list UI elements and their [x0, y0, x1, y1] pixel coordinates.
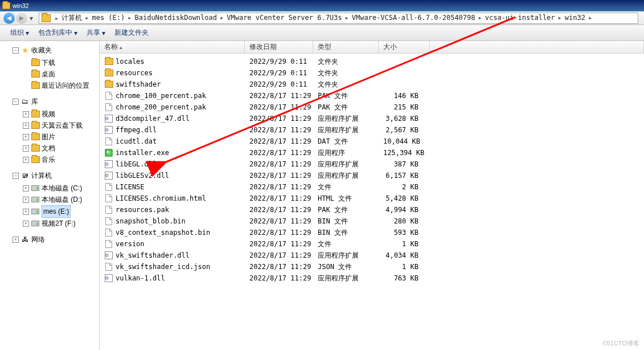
chevron-right-icon[interactable]: ▸: [218, 14, 225, 22]
chevron-right-icon[interactable]: ▸: [586, 14, 594, 22]
file-size: 1 KB: [379, 240, 430, 248]
file-date: 2022/8/17 11:29: [245, 137, 313, 145]
column-name[interactable]: 名称▴: [100, 41, 245, 53]
organize-button[interactable]: 组织 ▾: [6, 25, 34, 40]
back-button[interactable]: ◄: [3, 13, 15, 24]
sort-asc-icon: ▴: [120, 44, 122, 50]
new-folder-button[interactable]: 新建文件夹: [110, 25, 153, 40]
tree-item[interactable]: 桌面: [23, 68, 97, 80]
folder-icon: [105, 70, 113, 76]
folder-icon: [2, 2, 10, 9]
file-row[interactable]: snapshot_blob.bin2022/8/17 11:29BIN 文件28…: [100, 215, 644, 227]
column-type[interactable]: 类型: [313, 41, 379, 53]
file-row[interactable]: vk_swiftshader_icd.json2022/8/17 11:29JS…: [100, 261, 644, 272]
file-type: BIN 文件: [313, 228, 379, 238]
item-icon: [31, 144, 40, 153]
file-name: ffmpeg.dll: [116, 126, 157, 134]
file-name: vk_swiftshader_icd.json: [116, 263, 210, 271]
chevron-right-icon[interactable]: ▸: [53, 14, 60, 22]
tree-favorites[interactable]: 收藏夹: [31, 44, 52, 56]
file-row[interactable]: libEGL.dll2022/8/17 11:29应用程序扩展387 KB: [100, 158, 644, 170]
file-icon: [105, 137, 112, 145]
file-list-pane: 名称▴ 修改日期 类型 大小 locales2022/9/29 0:11文件夹r…: [100, 41, 644, 350]
file-row[interactable]: vk_swiftshader.dll2022/8/17 11:29应用程序扩展4…: [100, 250, 644, 261]
file-size: 146 KB: [379, 92, 430, 100]
file-date: 2022/8/17 11:29: [245, 92, 313, 100]
file-row[interactable]: d3dcompiler_47.dll2022/8/17 11:29应用程序扩展3…: [100, 113, 644, 124]
file-size: 593 KB: [379, 229, 430, 237]
file-size: 6,157 KB: [379, 172, 430, 180]
dll-icon: [105, 274, 113, 282]
include-library-button[interactable]: 包含到库中 ▾: [34, 25, 82, 40]
tree-computer[interactable]: 计算机: [31, 170, 52, 181]
file-icon: [105, 263, 112, 271]
item-icon: [31, 155, 40, 164]
address-bar[interactable]: ▸ 计算机▸mes (E:)▸BaiduNetdiskDownload▸VMwa…: [39, 13, 638, 24]
chevron-right-icon[interactable]: ▸: [126, 14, 133, 22]
file-type: 应用程序扩展: [313, 274, 379, 283]
tree-item[interactable]: +天翼云盘下载: [23, 120, 97, 131]
dll-icon: [105, 172, 113, 180]
breadcrumb-segment[interactable]: vcsa-ui-installer: [484, 14, 556, 22]
file-row[interactable]: version2022/8/17 11:29文件1 KB: [100, 238, 644, 250]
file-row[interactable]: resources.pak2022/8/17 11:29PAK 文件4,994 …: [100, 204, 644, 215]
item-icon: [31, 195, 40, 204]
file-row[interactable]: v8_context_snapshot.bin2022/8/17 11:29BI…: [100, 227, 644, 238]
file-row[interactable]: LICENSES.chromium.html2022/8/17 11:29HTM…: [100, 193, 644, 204]
file-type: 应用程序扩展: [313, 251, 379, 261]
file-row[interactable]: ffmpeg.dll2022/8/17 11:29应用程序扩展2,567 KB: [100, 124, 644, 136]
file-icon: [105, 103, 112, 111]
forward-button[interactable]: ►: [16, 13, 27, 24]
share-button[interactable]: 共享 ▾: [82, 25, 110, 40]
chevron-right-icon[interactable]: ▸: [83, 14, 91, 22]
file-icon: [105, 92, 112, 100]
tree-item[interactable]: +文档: [23, 143, 97, 154]
file-type: 文件夹: [313, 68, 379, 78]
file-row[interactable]: libGLESv2.dll2022/8/17 11:29应用程序扩展6,157 …: [100, 170, 644, 181]
file-type: 应用程序: [313, 148, 379, 158]
tree-item[interactable]: +图片: [23, 131, 97, 143]
file-size: 2 KB: [379, 183, 430, 191]
titlebar: win32: [0, 0, 644, 11]
file-type: PAK 文件: [313, 103, 379, 112]
file-date: 2022/9/29 0:11: [245, 69, 313, 77]
breadcrumb-segment[interactable]: mes (E:): [91, 14, 126, 22]
file-row[interactable]: icudtl.dat2022/8/17 11:29DAT 文件10,044 KB: [100, 136, 644, 147]
breadcrumb-segment[interactable]: 计算机: [60, 14, 83, 22]
tree-item[interactable]: 下载: [23, 57, 97, 68]
computer-icon: 🖳: [20, 171, 30, 180]
breadcrumb-segment[interactable]: VMware-VCSA-all-6.7.0-20540798: [351, 14, 477, 22]
chevron-right-icon[interactable]: ▸: [556, 14, 564, 22]
file-name: locales: [116, 58, 145, 66]
tree-item[interactable]: +视频2T (F:): [23, 218, 97, 229]
chevron-right-icon[interactable]: ▸: [477, 14, 484, 22]
file-date: 2022/8/17 11:29: [245, 103, 313, 111]
tree-network[interactable]: 网络: [31, 234, 45, 245]
tree-item[interactable]: +mes (E:): [23, 205, 97, 218]
file-row[interactable]: vulkan-1.dll2022/8/17 11:29应用程序扩展763 KB: [100, 272, 644, 284]
column-size[interactable]: 大小: [379, 41, 430, 53]
breadcrumb-segment[interactable]: BaiduNetdiskDownload: [134, 14, 219, 22]
file-rows[interactable]: locales2022/9/29 0:11文件夹resources2022/9/…: [100, 54, 644, 350]
file-date: 2022/8/17 11:29: [245, 240, 313, 248]
file-row[interactable]: chrome_100_percent.pak2022/8/17 11:29PAK…: [100, 90, 644, 101]
column-date[interactable]: 修改日期: [245, 41, 313, 53]
chevron-right-icon[interactable]: ▸: [343, 14, 351, 22]
tree-item[interactable]: +本地磁盘 (C:): [23, 182, 97, 194]
file-row[interactable]: installer.exe2022/8/17 11:29应用程序125,394 …: [100, 147, 644, 158]
tree-item[interactable]: +本地磁盘 (D:): [23, 194, 97, 205]
dll-icon: [105, 251, 113, 259]
tree-libraries[interactable]: 库: [31, 96, 38, 107]
file-row[interactable]: chrome_200_percent.pak2022/8/17 11:29PAK…: [100, 101, 644, 113]
breadcrumb-segment[interactable]: win32: [564, 14, 586, 22]
file-row[interactable]: resources2022/9/29 0:11文件夹: [100, 67, 644, 79]
tree-item[interactable]: 最近访问的位置: [23, 80, 97, 91]
file-row[interactable]: locales2022/9/29 0:11文件夹: [100, 56, 644, 67]
tree-item[interactable]: +视频: [23, 108, 97, 120]
history-dropdown[interactable]: ▾: [28, 14, 34, 22]
breadcrumb-segment[interactable]: VMware vCenter Server 6.7U3s: [225, 14, 343, 22]
file-row[interactable]: swiftshader2022/9/29 0:11文件夹: [100, 79, 644, 90]
tree-item[interactable]: +音乐: [23, 154, 97, 165]
file-row[interactable]: LICENSE2022/8/17 11:29文件2 KB: [100, 181, 644, 193]
dll-icon: [105, 160, 113, 168]
